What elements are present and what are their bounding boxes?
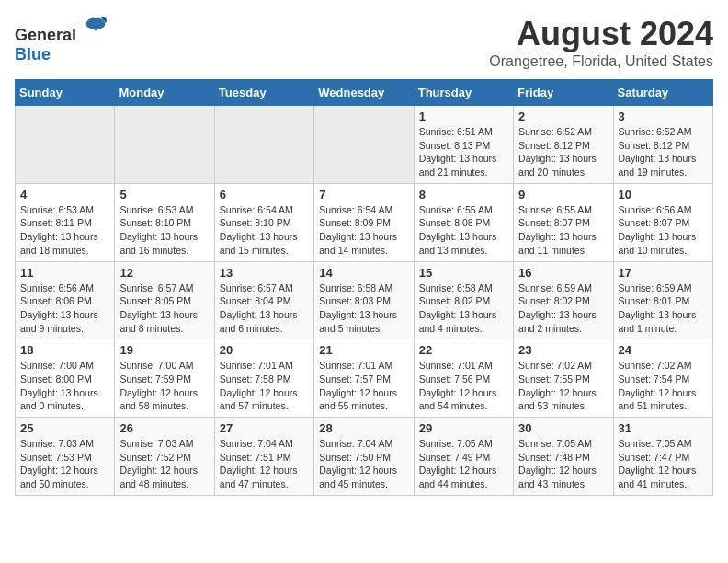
calendar-cell: 6Sunrise: 6:54 AMSunset: 8:10 PMDaylight… — [214, 183, 313, 261]
calendar-cell: 30Sunrise: 7:05 AMSunset: 7:48 PMDayligh… — [514, 418, 613, 496]
calendar-cell: 3Sunrise: 6:52 AMSunset: 8:12 PMDaylight… — [613, 106, 712, 184]
day-number: 20 — [220, 343, 309, 357]
calendar-cell: 7Sunrise: 6:54 AMSunset: 8:09 PMDaylight… — [314, 183, 414, 261]
calendar-cell — [314, 106, 414, 184]
day-info: Sunrise: 6:51 AMSunset: 8:13 PMDaylight:… — [419, 125, 508, 179]
day-number: 27 — [220, 421, 309, 435]
day-info: Sunrise: 7:05 AMSunset: 7:49 PMDaylight:… — [419, 437, 508, 491]
day-number: 28 — [319, 421, 408, 435]
week-row-4: 18Sunrise: 7:00 AMSunset: 8:00 PMDayligh… — [16, 339, 713, 418]
calendar-cell: 31Sunrise: 7:05 AMSunset: 7:47 PMDayligh… — [613, 418, 712, 496]
day-number: 16 — [518, 266, 608, 280]
week-row-2: 4Sunrise: 6:53 AMSunset: 8:11 PMDaylight… — [16, 183, 713, 261]
main-title: August 2024 — [489, 15, 713, 53]
calendar-cell: 12Sunrise: 6:57 AMSunset: 8:05 PMDayligh… — [115, 261, 214, 339]
day-number: 25 — [20, 421, 109, 435]
day-info: Sunrise: 7:02 AMSunset: 7:55 PMDaylight:… — [518, 359, 608, 413]
day-number: 30 — [518, 421, 608, 435]
day-number: 1 — [419, 109, 508, 123]
day-info: Sunrise: 7:05 AMSunset: 7:48 PMDaylight:… — [518, 437, 608, 491]
calendar-cell: 14Sunrise: 6:58 AMSunset: 8:03 PMDayligh… — [314, 261, 414, 339]
header-friday: Friday — [514, 80, 613, 106]
day-number: 15 — [419, 266, 508, 280]
calendar-cell: 23Sunrise: 7:02 AMSunset: 7:55 PMDayligh… — [514, 339, 613, 418]
header-monday: Monday — [115, 80, 214, 106]
calendar-cell: 11Sunrise: 6:56 AMSunset: 8:06 PMDayligh… — [16, 261, 115, 339]
day-info: Sunrise: 6:57 AMSunset: 8:05 PMDaylight:… — [119, 282, 209, 336]
calendar-cell: 21Sunrise: 7:01 AMSunset: 7:57 PMDayligh… — [314, 339, 414, 418]
day-info: Sunrise: 7:01 AMSunset: 7:58 PMDaylight:… — [220, 359, 309, 413]
day-info: Sunrise: 6:53 AMSunset: 8:10 PMDaylight:… — [119, 203, 209, 258]
day-number: 4 — [20, 188, 109, 201]
logo: General Blue — [15, 15, 108, 64]
week-row-3: 11Sunrise: 6:56 AMSunset: 8:06 PMDayligh… — [16, 261, 713, 339]
day-number: 9 — [518, 188, 608, 201]
day-info: Sunrise: 6:55 AMSunset: 8:07 PMDaylight:… — [518, 203, 608, 258]
calendar-cell: 25Sunrise: 7:03 AMSunset: 7:53 PMDayligh… — [16, 418, 115, 496]
calendar-cell: 27Sunrise: 7:04 AMSunset: 7:51 PMDayligh… — [214, 418, 313, 496]
day-number: 13 — [220, 266, 309, 280]
logo-bird-icon — [83, 15, 108, 40]
day-info: Sunrise: 7:01 AMSunset: 7:57 PMDaylight:… — [319, 359, 408, 413]
day-number: 21 — [319, 343, 408, 357]
header-tuesday: Tuesday — [214, 80, 313, 106]
calendar-cell: 1Sunrise: 6:51 AMSunset: 8:13 PMDaylight… — [414, 106, 513, 184]
header-saturday: Saturday — [613, 80, 712, 106]
week-row-5: 25Sunrise: 7:03 AMSunset: 7:53 PMDayligh… — [16, 418, 713, 496]
calendar-cell — [16, 106, 115, 184]
day-info: Sunrise: 6:57 AMSunset: 8:04 PMDaylight:… — [220, 282, 309, 336]
day-info: Sunrise: 6:56 AMSunset: 8:06 PMDaylight:… — [20, 282, 109, 336]
calendar-cell: 18Sunrise: 7:00 AMSunset: 8:00 PMDayligh… — [16, 339, 115, 418]
day-number: 23 — [518, 343, 608, 357]
day-info: Sunrise: 6:54 AMSunset: 8:09 PMDaylight:… — [319, 203, 408, 258]
header-sunday: Sunday — [16, 80, 115, 106]
day-number: 29 — [419, 421, 508, 435]
calendar-cell: 8Sunrise: 6:55 AMSunset: 8:08 PMDaylight… — [414, 183, 513, 261]
day-info: Sunrise: 6:52 AMSunset: 8:12 PMDaylight:… — [518, 125, 608, 179]
day-number: 6 — [220, 188, 309, 201]
calendar-table: SundayMondayTuesdayWednesdayThursdayFrid… — [15, 79, 713, 496]
calendar-cell: 5Sunrise: 6:53 AMSunset: 8:10 PMDaylight… — [115, 183, 214, 261]
day-info: Sunrise: 7:04 AMSunset: 7:51 PMDaylight:… — [220, 437, 309, 491]
logo-general: General — [15, 26, 76, 44]
calendar-cell: 15Sunrise: 6:58 AMSunset: 8:02 PMDayligh… — [414, 261, 513, 339]
calendar-cell: 9Sunrise: 6:55 AMSunset: 8:07 PMDaylight… — [514, 183, 613, 261]
header-row: SundayMondayTuesdayWednesdayThursdayFrid… — [16, 80, 713, 106]
day-info: Sunrise: 7:05 AMSunset: 7:47 PMDaylight:… — [619, 437, 708, 491]
day-number: 2 — [518, 109, 608, 123]
calendar-cell: 19Sunrise: 7:00 AMSunset: 7:59 PMDayligh… — [115, 339, 214, 418]
day-info: Sunrise: 6:56 AMSunset: 8:07 PMDaylight:… — [619, 203, 708, 258]
day-number: 3 — [619, 109, 708, 123]
day-number: 11 — [20, 266, 109, 280]
day-info: Sunrise: 6:58 AMSunset: 8:02 PMDaylight:… — [419, 282, 508, 336]
day-info: Sunrise: 6:52 AMSunset: 8:12 PMDaylight:… — [619, 125, 708, 179]
day-info: Sunrise: 7:00 AMSunset: 8:00 PMDaylight:… — [20, 359, 109, 413]
calendar-cell: 2Sunrise: 6:52 AMSunset: 8:12 PMDaylight… — [514, 106, 613, 184]
calendar-cell: 20Sunrise: 7:01 AMSunset: 7:58 PMDayligh… — [214, 339, 313, 418]
day-info: Sunrise: 6:59 AMSunset: 8:01 PMDaylight:… — [619, 282, 708, 336]
calendar-cell: 10Sunrise: 6:56 AMSunset: 8:07 PMDayligh… — [613, 183, 712, 261]
calendar-cell — [214, 106, 313, 184]
calendar-cell: 22Sunrise: 7:01 AMSunset: 7:56 PMDayligh… — [414, 339, 513, 418]
day-number: 17 — [619, 266, 708, 280]
day-number: 18 — [20, 343, 109, 357]
calendar-cell: 24Sunrise: 7:02 AMSunset: 7:54 PMDayligh… — [613, 339, 712, 418]
calendar-cell: 17Sunrise: 6:59 AMSunset: 8:01 PMDayligh… — [613, 261, 712, 339]
calendar-cell: 4Sunrise: 6:53 AMSunset: 8:11 PMDaylight… — [16, 183, 115, 261]
day-info: Sunrise: 7:03 AMSunset: 7:52 PMDaylight:… — [119, 437, 209, 491]
logo-blue: Blue — [15, 45, 51, 63]
day-number: 7 — [319, 188, 408, 201]
day-info: Sunrise: 6:59 AMSunset: 8:02 PMDaylight:… — [518, 282, 608, 336]
calendar-cell: 29Sunrise: 7:05 AMSunset: 7:49 PMDayligh… — [414, 418, 513, 496]
day-number: 5 — [119, 188, 209, 201]
header-wednesday: Wednesday — [314, 80, 414, 106]
calendar-cell — [115, 106, 214, 184]
day-info: Sunrise: 6:54 AMSunset: 8:10 PMDaylight:… — [220, 203, 309, 258]
header-thursday: Thursday — [414, 80, 513, 106]
day-info: Sunrise: 6:58 AMSunset: 8:03 PMDaylight:… — [319, 282, 408, 336]
day-number: 12 — [119, 266, 209, 280]
day-number: 19 — [119, 343, 209, 357]
subtitle: Orangetree, Florida, United States — [489, 53, 713, 70]
day-info: Sunrise: 6:53 AMSunset: 8:11 PMDaylight:… — [20, 203, 109, 258]
day-number: 14 — [319, 266, 408, 280]
